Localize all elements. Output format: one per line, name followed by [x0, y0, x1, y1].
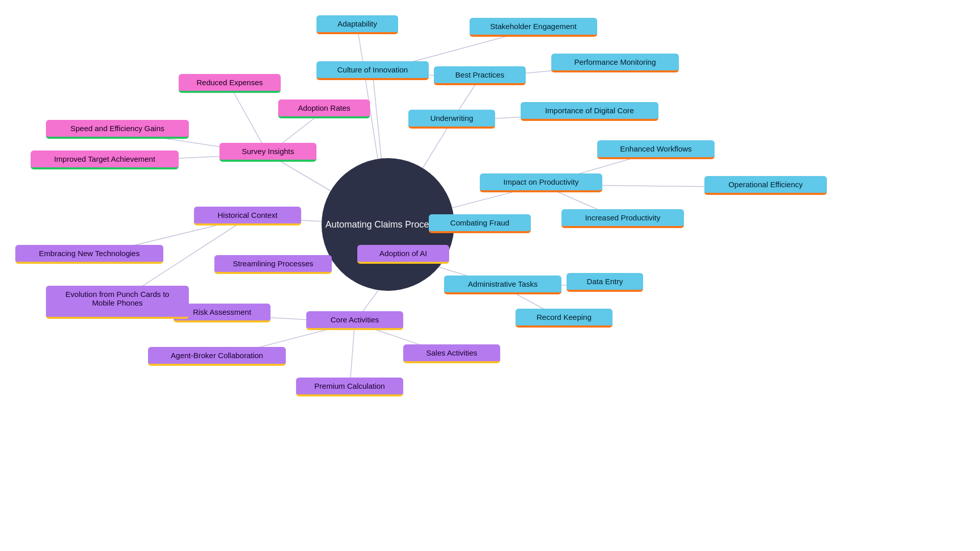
svg-line-18: [355, 256, 403, 322]
svg-line-9: [541, 152, 656, 185]
svg-line-8: [388, 185, 541, 224]
svg-line-0: [357, 27, 388, 224]
svg-line-23: [268, 154, 388, 224]
svg-line-11: [541, 185, 623, 220]
svg-line-24: [268, 111, 324, 154]
svg-line-29: [89, 218, 248, 256]
mind-map-svg: [0, 0, 980, 551]
svg-line-6: [452, 113, 590, 121]
svg-line-22: [350, 322, 355, 389]
svg-line-30: [117, 218, 248, 303]
svg-line-12: [388, 224, 480, 226]
svg-line-3: [373, 72, 480, 78]
svg-line-20: [217, 322, 355, 358]
svg-line-4: [480, 65, 615, 78]
svg-line-17: [503, 287, 564, 320]
svg-line-19: [222, 315, 355, 322]
svg-line-5: [388, 121, 452, 224]
svg-line-26: [117, 131, 268, 154]
svg-line-10: [541, 185, 766, 187]
svg-line-25: [230, 85, 268, 154]
svg-line-7: [452, 78, 480, 121]
svg-line-13: [388, 224, 403, 256]
svg-line-15: [403, 256, 503, 287]
svg-line-27: [105, 154, 268, 162]
svg-line-14: [273, 256, 403, 266]
svg-line-2: [373, 29, 533, 72]
svg-line-16: [503, 284, 605, 287]
svg-line-28: [248, 218, 388, 224]
svg-line-1: [373, 72, 388, 224]
svg-line-21: [355, 322, 452, 356]
